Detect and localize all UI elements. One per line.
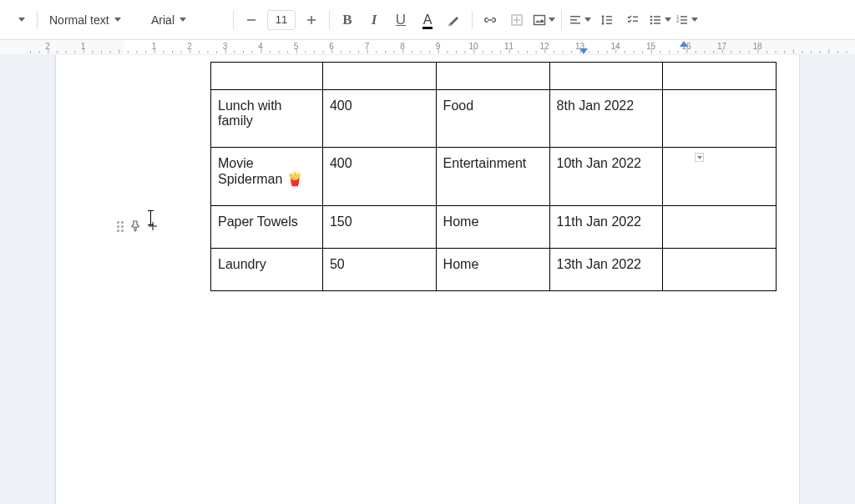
table-cell[interactable] (211, 63, 323, 90)
svg-rect-100 (713, 51, 714, 53)
svg-rect-36 (145, 51, 146, 53)
svg-rect-98 (696, 51, 696, 53)
svg-rect-70 (447, 51, 448, 53)
svg-rect-102 (731, 51, 731, 53)
svg-rect-93 (651, 49, 652, 53)
svg-rect-46 (234, 51, 235, 53)
svg-rect-15 (654, 16, 660, 18)
table-cell[interactable] (436, 63, 549, 90)
align-button[interactable] (567, 8, 592, 33)
text-color-button[interactable]: A (415, 8, 440, 33)
align-icon (568, 13, 583, 28)
font-size-input[interactable] (267, 10, 296, 30)
svg-rect-11 (633, 20, 638, 22)
svg-rect-61 (367, 49, 368, 53)
svg-rect-88 (607, 51, 608, 53)
svg-rect-47 (243, 51, 244, 53)
line-spacing-button[interactable] (594, 8, 619, 33)
table-cell[interactable]: Movie Spiderman 🍟 (211, 148, 323, 206)
svg-rect-105 (757, 49, 758, 53)
link-icon (483, 13, 498, 28)
table-cell[interactable]: 150 (322, 206, 436, 249)
svg-rect-53 (296, 49, 297, 53)
ruler[interactable]: 21123456789101112131415161718 (0, 40, 855, 55)
drag-handle-icon[interactable] (117, 221, 124, 232)
table-row[interactable]: Lunch with family 400 Food 8th Jan 2022 (211, 90, 777, 148)
svg-rect-24 (39, 51, 40, 53)
comment-icon (509, 13, 524, 28)
add-row-button[interactable] (147, 220, 159, 232)
pin-row-button[interactable] (129, 220, 141, 232)
table-cell[interactable]: Paper Towels (211, 206, 323, 249)
svg-rect-30 (92, 51, 93, 53)
svg-rect-48 (252, 51, 253, 53)
italic-button[interactable]: I (362, 8, 387, 33)
insert-image-button[interactable] (531, 8, 556, 33)
table-row[interactable]: Laundry 50 Home 13th Jan 2022 (211, 249, 777, 291)
svg-rect-63 (385, 51, 386, 53)
table-cell[interactable] (663, 206, 777, 249)
svg-point-12 (650, 15, 653, 18)
table-cell[interactable]: Entertainment (436, 148, 549, 206)
table-cell[interactable]: Food (436, 90, 549, 148)
highlight-button[interactable] (442, 8, 467, 33)
table-cell[interactable] (663, 63, 777, 90)
chevron-down-icon (549, 18, 555, 22)
table-cell[interactable] (663, 148, 777, 206)
table-cell[interactable]: Lunch with family (211, 90, 323, 148)
svg-rect-40 (181, 51, 182, 53)
table-row[interactable]: Movie Spiderman 🍟 400 Entertainment 10th… (211, 148, 777, 206)
bulleted-list-button[interactable] (647, 8, 672, 33)
checklist-button[interactable] (620, 8, 645, 33)
paragraph-style-dropdown[interactable]: Normal text (43, 8, 143, 33)
table-row[interactable]: Paper Towels 150 Home 11th Jan 2022 (211, 206, 777, 249)
svg-point-14 (650, 22, 653, 24)
decrease-font-button[interactable] (239, 8, 264, 33)
insert-link-button[interactable] (478, 8, 503, 33)
table-cell[interactable]: 11th Jan 2022 (549, 206, 663, 249)
expenses-table[interactable]: Lunch with family 400 Food 8th Jan 2022 … (210, 62, 777, 291)
underline-button[interactable]: U (388, 8, 413, 33)
table-cell[interactable]: Home (436, 206, 549, 249)
table-cell[interactable]: 8th Jan 2022 (549, 90, 663, 148)
cell-options-button[interactable] (695, 153, 704, 162)
table-cell[interactable] (663, 249, 777, 291)
svg-rect-5 (514, 19, 520, 21)
svg-rect-56 (323, 51, 324, 53)
table-row[interactable] (211, 63, 777, 90)
bold-button[interactable]: B (335, 8, 360, 33)
table-cell[interactable]: Home (436, 249, 549, 291)
svg-rect-69 (438, 49, 439, 53)
svg-rect-80 (536, 51, 537, 53)
page[interactable]: Lunch with family 400 Food 8th Jan 2022 … (56, 55, 799, 504)
numbered-list-button[interactable]: 12 (674, 8, 699, 33)
svg-text:2: 2 (676, 18, 680, 23)
table-cell[interactable]: 400 (322, 90, 436, 148)
table-cell[interactable]: 13th Jan 2022 (549, 249, 663, 291)
svg-rect-90 (625, 51, 625, 53)
svg-rect-74 (483, 51, 483, 53)
row-controls (117, 220, 159, 232)
more-left-button[interactable] (7, 8, 32, 33)
svg-rect-8 (570, 19, 577, 21)
table-cell[interactable] (549, 63, 663, 90)
table-cell[interactable]: 10th Jan 2022 (549, 148, 663, 206)
increase-font-button[interactable] (299, 8, 324, 33)
table-cell[interactable] (663, 90, 777, 148)
chevron-down-icon (584, 18, 591, 22)
svg-rect-104 (749, 51, 750, 53)
table-cell[interactable]: 50 (322, 249, 436, 291)
svg-rect-58 (341, 51, 341, 53)
table-cell[interactable]: 400 (322, 148, 436, 206)
svg-rect-82 (554, 51, 554, 53)
svg-rect-76 (500, 51, 501, 53)
svg-rect-106 (766, 51, 767, 53)
chevron-down-icon (114, 18, 121, 22)
svg-rect-28 (74, 51, 75, 53)
checklist-icon (625, 13, 640, 28)
insert-comment-button[interactable] (504, 8, 529, 33)
table-cell[interactable] (322, 63, 436, 90)
font-family-dropdown[interactable]: Arial (144, 8, 228, 33)
table-cell[interactable]: Laundry (211, 249, 323, 291)
svg-rect-44 (216, 51, 217, 53)
